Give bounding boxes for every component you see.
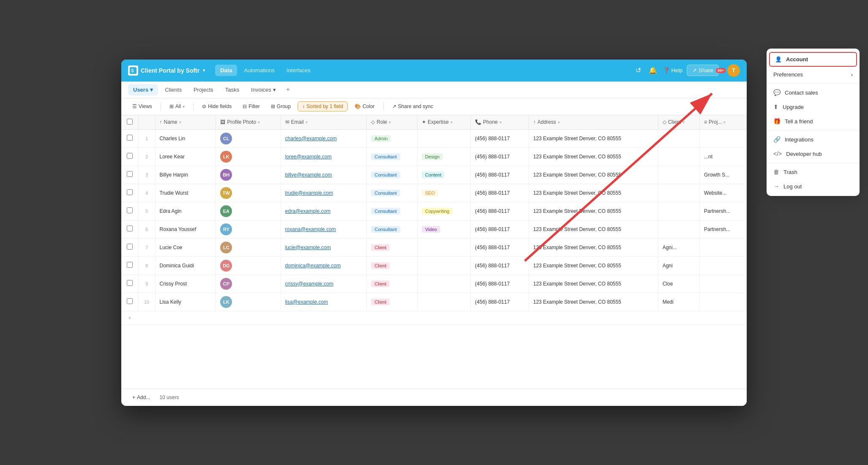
nav-automations[interactable]: Automations xyxy=(239,65,279,76)
share-sync-button[interactable]: ↗ Share and sync xyxy=(388,101,437,111)
col-email[interactable]: ✉ Email ▾ xyxy=(281,115,367,130)
col-role[interactable]: ◇ Role ▾ xyxy=(367,115,418,130)
email-link[interactable]: lisa@example.com xyxy=(285,299,328,305)
table-row[interactable]: 3 Billye Harpin BH billye@example.com Co… xyxy=(121,166,747,184)
table-row[interactable]: 4 Trudie Wurst TW trudie@example.com Con… xyxy=(121,184,747,202)
help-button[interactable]: ❓ Help xyxy=(663,67,683,73)
email-link[interactable]: lucie@example.com xyxy=(285,245,331,250)
row-email[interactable]: trudie@example.com xyxy=(281,184,367,202)
row-checkbox[interactable] xyxy=(127,262,133,268)
preferences-menu-item[interactable]: Preferences › xyxy=(767,68,860,82)
row-email[interactable]: charles@example.com xyxy=(281,129,367,147)
table-row[interactable]: 8 Dominica Guidi DG dominica@example.com… xyxy=(121,256,747,275)
email-link[interactable]: billye@example.com xyxy=(285,172,332,178)
table-row[interactable]: 7 Lucie Coe LC lucie@example.com Client … xyxy=(121,238,747,256)
toolbar-divider-1 xyxy=(161,102,161,111)
row-name[interactable]: Lucie Coe xyxy=(155,238,216,256)
row-checkbox[interactable] xyxy=(127,153,133,159)
col-address[interactable]: ↑ Address ▾ xyxy=(529,115,658,130)
add-bottom-button[interactable]: + Add... xyxy=(128,392,154,402)
tab-users[interactable]: Users ▾ xyxy=(128,84,158,95)
history-icon[interactable]: ↺ xyxy=(634,65,643,76)
email-link[interactable]: edra@example.com xyxy=(285,208,331,214)
row-name[interactable]: Dominica Guidi xyxy=(155,256,216,275)
row-email[interactable]: loree@example.com xyxy=(281,147,367,166)
table-row[interactable]: 2 Loree Kear LK loree@example.com Consul… xyxy=(121,147,747,166)
row-checkbox[interactable] xyxy=(127,207,133,213)
col-project[interactable]: ≡ Proj... ▾ xyxy=(700,115,747,130)
table-row[interactable]: 1 Charles Lin CL charles@example.com Adm… xyxy=(121,129,747,147)
account-menu-item[interactable]: 👤 Account xyxy=(769,52,857,67)
upgrade-menu-item[interactable]: ⬆ Upgrade xyxy=(767,100,860,114)
col-expertise[interactable]: ✦ Expertise ▾ xyxy=(417,115,470,130)
share-sync-icon: ↗ xyxy=(392,103,396,109)
row-checkbox[interactable] xyxy=(127,189,133,195)
tell-a-friend-menu-item[interactable]: 🎁 Tell a friend xyxy=(767,114,860,128)
upgrade-icon: ⬆ xyxy=(773,103,778,110)
trash-menu-item[interactable]: 🗑 Trash xyxy=(767,165,860,179)
row-email[interactable]: edra@example.com xyxy=(281,202,367,220)
row-name[interactable]: Loree Kear xyxy=(155,147,216,166)
table-row[interactable]: 6 Roxana Youssef RY roxana@example.com C… xyxy=(121,220,747,238)
email-link[interactable]: roxana@example.com xyxy=(285,226,336,232)
email-link[interactable]: dominica@example.com xyxy=(285,263,341,269)
nav-interfaces[interactable]: Interfaces xyxy=(281,65,316,76)
row-checkbox[interactable] xyxy=(127,244,133,250)
logout-icon: → xyxy=(773,183,779,190)
row-checkbox[interactable] xyxy=(127,135,133,141)
row-checkbox[interactable] xyxy=(127,171,133,177)
row-email[interactable]: billye@example.com xyxy=(281,166,367,184)
tab-clients[interactable]: Clients xyxy=(160,84,187,95)
row-name[interactable]: Lisa Kelly xyxy=(155,293,216,311)
bell-icon[interactable]: 🔔 xyxy=(647,65,659,76)
add-tab-button[interactable]: + xyxy=(283,84,293,95)
group-button[interactable]: ⊞ Group xyxy=(267,101,295,111)
row-email[interactable]: roxana@example.com xyxy=(281,220,367,238)
nav-data[interactable]: Data xyxy=(215,65,237,76)
row-checkbox[interactable] xyxy=(127,298,133,304)
logout-menu-item[interactable]: → Log out xyxy=(767,179,860,193)
app-dropdown-icon[interactable]: ▾ xyxy=(203,68,205,73)
hide-fields-button[interactable]: ⊘ Hide fields xyxy=(198,101,236,111)
share-button[interactable]: ↗ Share xyxy=(687,65,719,76)
row-email[interactable]: lucie@example.com xyxy=(281,238,367,256)
row-name[interactable]: Crissy Prost xyxy=(155,275,216,293)
color-button[interactable]: 🎨 Color xyxy=(350,101,379,111)
col-photo[interactable]: 🖼 Profile Photo ▾ xyxy=(216,115,281,130)
row-name[interactable]: Billye Harpin xyxy=(155,166,216,184)
role-badge: Client xyxy=(371,244,390,251)
views-button[interactable]: ☰ Views xyxy=(128,101,156,111)
tab-tasks[interactable]: Tasks xyxy=(220,84,244,95)
table-row[interactable]: 9 Crissy Prost CP crissy@example.com Cli… xyxy=(121,275,747,293)
integrations-menu-item[interactable]: 🔗 Integrations xyxy=(767,132,860,147)
tab-projects[interactable]: Projects xyxy=(188,84,218,95)
developer-hub-menu-item[interactable]: </> Developer hub xyxy=(767,147,860,161)
filter-button[interactable]: ⊟ Filter xyxy=(238,101,264,111)
select-all-checkbox[interactable] xyxy=(127,119,133,125)
col-client[interactable]: ◇ Client ▾ xyxy=(658,115,699,130)
row-email[interactable]: crissy@example.com xyxy=(281,275,367,293)
sort-button[interactable]: ↕ Sorted by 1 field xyxy=(298,101,348,111)
tab-invoices[interactable]: Invoices ▾ xyxy=(246,84,281,95)
row-name[interactable]: Roxana Youssef xyxy=(155,220,216,238)
row-checkbox[interactable] xyxy=(127,226,133,231)
row-email[interactable]: dominica@example.com xyxy=(281,256,367,275)
email-link[interactable]: crissy@example.com xyxy=(285,281,333,287)
contact-sales-menu-item[interactable]: 💬 Contact sales xyxy=(767,85,860,100)
row-name[interactable]: Charles Lin xyxy=(155,129,216,147)
logo-area[interactable]: S Client Portal by Softr ▾ xyxy=(128,65,205,76)
email-link[interactable]: charles@example.com xyxy=(285,136,337,141)
add-row-button[interactable]: + xyxy=(121,311,747,325)
table-row[interactable]: 5 Edra Agin EA edra@example.com Consulta… xyxy=(121,202,747,220)
email-link[interactable]: loree@example.com xyxy=(285,154,332,160)
all-views-button[interactable]: ⊞ All ▾ xyxy=(165,101,189,111)
col-name[interactable]: ↑ Name ▾ xyxy=(155,115,216,130)
row-name[interactable]: Trudie Wurst xyxy=(155,184,216,202)
row-name[interactable]: Edra Agin xyxy=(155,202,216,220)
row-email[interactable]: lisa@example.com xyxy=(281,293,367,311)
col-phone[interactable]: 📞 Phone ▾ xyxy=(471,115,529,130)
table-row[interactable]: 10 Lisa Kelly LK lisa@example.com Client… xyxy=(121,293,747,311)
email-link[interactable]: trudie@example.com xyxy=(285,190,333,196)
user-avatar[interactable]: T xyxy=(727,64,740,77)
row-checkbox[interactable] xyxy=(127,280,133,286)
